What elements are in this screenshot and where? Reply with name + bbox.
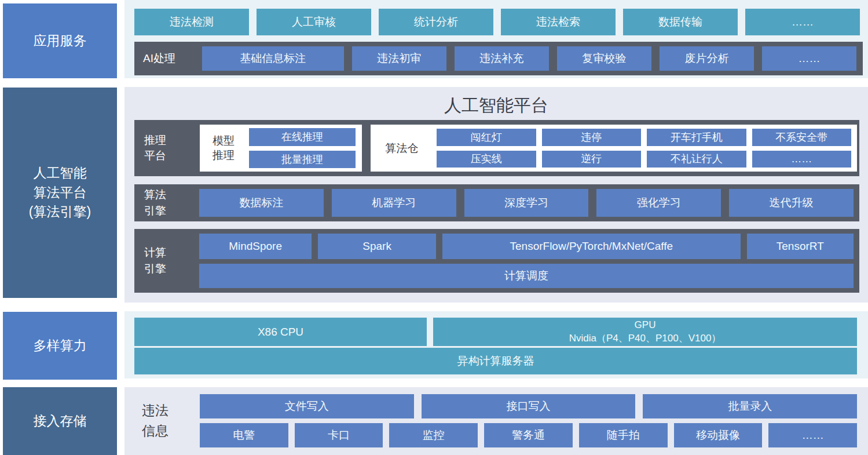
service-node-manual-review: 人工审核 [257, 9, 371, 35]
service-node-violation-detection: 违法检测 [134, 9, 249, 35]
panel-app-services: 违法检测 人工审核 统计分析 违法检索 数据传输 …… AI处理 基础信息标注 … [124, 0, 868, 78]
inference-platform-block: 推理 平台 模型 推理 在线推理 批量推理 算法仓 闯红灯 违停 开车打手机 不… [134, 120, 859, 176]
architecture-diagram: 应用服务 人工智能 算法平台 (算法引擎) 多样算力 接入存储 违法检测 人工审… [0, 0, 868, 455]
service-row: 违法检测 人工审核 统计分析 违法检索 数据传输 …… [134, 9, 860, 35]
algorithm-engine-items: 数据标注 机器学习 深度学习 强化学习 迭代升级 [199, 189, 854, 217]
algorithm-engine-label: 算法 引擎 [144, 187, 166, 219]
panel-computing-power: X86 CPU GPU Nvidia（P4、P40、P100、V100） 异构计… [124, 311, 868, 378]
ai-step-initial-review: 违法初审 [352, 46, 446, 71]
compute-engine-block: 计算 引擎 MindSpore Spark TensorFlow/PyTorch… [134, 229, 859, 293]
algo-node-phone-driving: 开车打手机 [647, 129, 746, 146]
sidebar-label-ai-platform: 人工智能 算法平台 (算法引擎) [3, 88, 117, 298]
framework-node-mindspore: MindSpore [199, 234, 312, 259]
algorithm-store-grid: 闯红灯 违停 开车打手机 不系安全带 压实线 逆行 不礼让行人 …… [437, 129, 851, 168]
ai-processing-label: AI处理 [143, 51, 194, 66]
sidebar-label-app-services: 应用服务 [3, 3, 117, 78]
algo-node-solid-line: 压实线 [437, 151, 536, 168]
algo-node-no-yield-pedestrian: 不礼让行人 [647, 151, 746, 168]
source-node-police-terminal: 警务通 [484, 423, 573, 447]
ingest-node-batch-entry: 批量录入 [643, 394, 857, 418]
framework-node-tensorrt: TensorRT [747, 234, 854, 259]
compute-engine-label: 计算 引擎 [144, 245, 166, 276]
algo-node-no-seatbelt: 不系安全带 [752, 129, 852, 146]
panel-ai-platform: 人工智能平台 推理 平台 模型 推理 在线推理 批量推理 算法仓 闯红灯 违停 … [124, 87, 868, 303]
framework-node-spark: Spark [318, 234, 436, 259]
service-node-more: …… [745, 9, 860, 35]
ai-step-basic-annotation: 基础信息标注 [202, 46, 344, 71]
engine-node-data-labeling: 数据标注 [199, 189, 324, 217]
ingest-node-file-write: 文件写入 [200, 394, 414, 418]
inference-platform-label: 推理 平台 [144, 132, 166, 164]
node-batch-inference: 批量推理 [249, 151, 356, 169]
source-node-snapshot: 随手拍 [579, 423, 668, 447]
framework-node-tensorflow-pytorch: TensorFlow/PyTorch/MxNet/Caffe [442, 234, 741, 259]
ingest-node-api-write: 接口写入 [422, 394, 636, 418]
algo-node-wrong-way: 逆行 [542, 151, 642, 168]
model-inference-box: 模型 推理 在线推理 批量推理 [200, 125, 362, 172]
service-node-violation-search: 违法检索 [501, 9, 616, 35]
node-online-inference: 在线推理 [249, 128, 356, 146]
service-node-statistics: 统计分析 [379, 9, 493, 35]
ai-step-recheck: 复审校验 [557, 46, 651, 71]
sidebar-label-storage: 接入存储 [3, 387, 117, 455]
cpu-node: X86 CPU [134, 318, 427, 346]
source-node-mobile-camera: 移动摄像 [674, 423, 763, 447]
ingest-row: 文件写入 接口写入 批量录入 [200, 394, 857, 418]
algorithm-store-label: 算法仓 [378, 141, 426, 156]
algo-node-more: …… [752, 151, 852, 168]
compute-scheduler-bar: 计算调度 [199, 264, 854, 288]
engine-node-machine-learning: 机器学习 [332, 189, 456, 217]
algo-node-illegal-parking: 违停 [542, 129, 642, 146]
source-row: 电警 卡口 监控 警务通 随手拍 移动摄像 …… [200, 423, 857, 447]
engine-node-deep-learning: 深度学习 [464, 189, 589, 217]
ai-platform-title: 人工智能平台 [124, 94, 868, 118]
ai-step-violation-supplement: 违法补充 [455, 46, 549, 71]
algo-node-red-light: 闯红灯 [437, 129, 536, 146]
algorithm-store-box: 算法仓 闯红灯 违停 开车打手机 不系安全带 压实线 逆行 不礼让行人 …… [371, 125, 857, 172]
source-node-surveillance: 监控 [389, 423, 478, 447]
model-inference-label: 模型 推理 [206, 133, 241, 163]
compute-frameworks-row: MindSpore Spark TensorFlow/PyTorch/MxNet… [199, 234, 854, 259]
ai-processing-bar: AI处理 基础信息标注 违法初审 违法补充 复审校验 废片分析 …… [134, 42, 863, 75]
panel-access-storage: 违法 信息 文件写入 接口写入 批量录入 电警 卡口 监控 警务通 随手拍 移动… [124, 387, 868, 455]
gpu-node: GPU Nvidia（P4、P40、P100、V100） [433, 318, 857, 346]
ai-step-discard-analysis: 废片分析 [660, 46, 754, 71]
violation-info-label: 违法 信息 [142, 401, 169, 442]
source-node-more: …… [768, 423, 857, 447]
ai-step-more: …… [762, 46, 856, 71]
source-node-checkpoint: 卡口 [295, 423, 383, 447]
engine-node-reinforcement-learning: 强化学习 [596, 189, 721, 217]
sidebar-label-computing: 多样算力 [3, 312, 117, 380]
engine-node-iterative-upgrade: 迭代升级 [729, 189, 854, 217]
model-inference-items: 在线推理 批量推理 [249, 128, 356, 168]
service-node-data-transfer: 数据传输 [623, 9, 738, 35]
heterogeneous-server-bar: 异构计算服务器 [134, 348, 857, 374]
source-node-electronic-police: 电警 [200, 423, 288, 447]
algorithm-engine-block: 算法 引擎 数据标注 机器学习 深度学习 强化学习 迭代升级 [134, 184, 859, 221]
